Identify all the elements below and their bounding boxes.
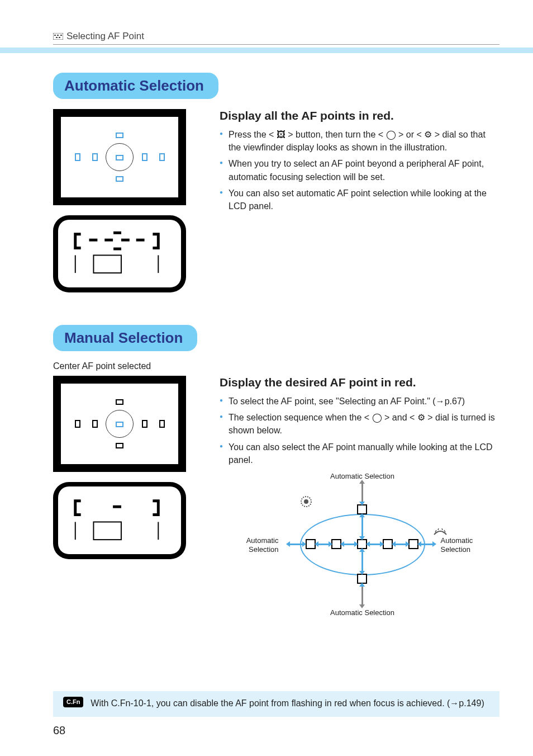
svg-rect-1: [54, 35, 56, 36]
breadcrumb: Selecting AF Point: [53, 31, 499, 45]
breadcrumb-text: Selecting AF Point: [66, 31, 144, 42]
bullet-item: The selection sequence when the < ◯ > an…: [220, 411, 499, 437]
svg-rect-0: [53, 33, 63, 40]
svg-rect-7: [104, 239, 113, 242]
lcd-illustration-manual: [53, 482, 186, 559]
svg-rect-11: [113, 248, 121, 251]
header-accent-bar: [0, 48, 533, 53]
manual-caption: Center AF point selected: [53, 361, 499, 371]
auto-desc-heading: Display all the AF points in red.: [220, 109, 499, 122]
svg-rect-4: [56, 37, 58, 38]
svg-rect-6: [89, 239, 98, 242]
main-dial-icon: [433, 527, 448, 537]
viewfinder-illustration-auto: [53, 109, 186, 205]
section-heading-manual: Manual Selection: [53, 325, 197, 351]
bullet-item: You can also select the AF point manuall…: [220, 441, 499, 466]
note-text: With C.Fn-10-1, you can disable the AF p…: [91, 698, 484, 708]
svg-rect-14: [93, 522, 121, 540]
note-box: C.Fn With C.Fn-10-1, you can disable the…: [53, 691, 499, 717]
section-heading-auto: Automatic Selection: [53, 73, 218, 99]
viewfinder-illustration-manual: [53, 376, 186, 472]
diagram-label-right: Automatic Selection: [441, 536, 480, 554]
bullet-item: To select the AF point, see "Selecting a…: [220, 395, 499, 408]
selection-sequence-diagram: Automatic Selection Automatic Selection …: [240, 472, 480, 617]
svg-rect-8: [121, 239, 130, 242]
svg-rect-13: [113, 505, 121, 508]
diagram-label-bottom: Automatic Selection: [329, 608, 396, 617]
manual-bullet-list: To select the AF point, see "Selecting a…: [220, 395, 499, 466]
svg-rect-10: [113, 231, 121, 234]
manual-desc-heading: Display the desired AF point in red.: [220, 376, 499, 389]
svg-rect-9: [136, 239, 145, 242]
lcd-illustration-auto: [53, 215, 186, 292]
svg-point-16: [304, 499, 308, 504]
auto-bullet-list: Press the < 🖾 > button, then turn the < …: [220, 128, 499, 212]
svg-rect-5: [59, 37, 60, 38]
bullet-item: When you try to select an AF point beyon…: [220, 157, 499, 183]
cfn-badge: C.Fn: [63, 697, 83, 707]
page-number: 68: [53, 724, 65, 737]
bullet-item: Press the < 🖾 > button, then turn the < …: [220, 128, 499, 154]
diagram-label-left: Automatic Selection: [240, 536, 279, 554]
svg-rect-3: [60, 35, 62, 36]
bullet-item: You can also set automatic AF point sele…: [220, 187, 499, 212]
svg-rect-2: [57, 35, 59, 36]
quick-control-dial-icon: [300, 495, 312, 508]
svg-rect-12: [93, 255, 121, 273]
af-area-icon: [53, 33, 63, 40]
